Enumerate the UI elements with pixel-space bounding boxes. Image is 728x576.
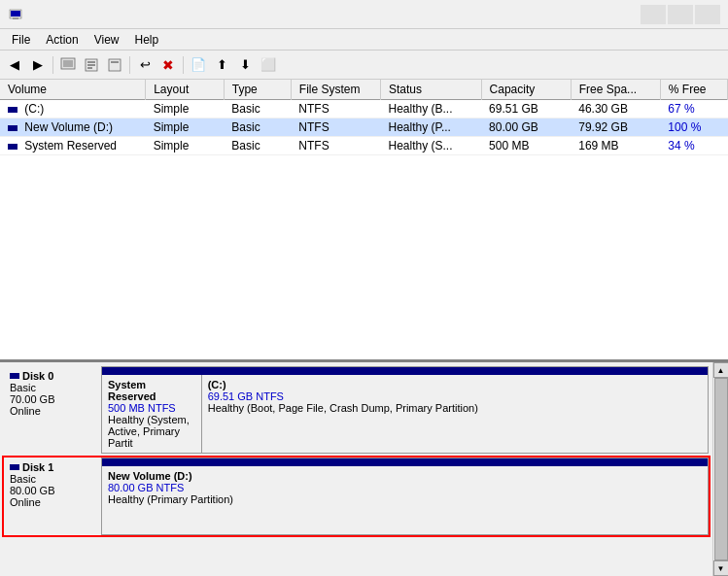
cell-free: 46.30 GB (571, 100, 660, 119)
volume-table-panel: Volume Layout Type File System Status Ca… (0, 80, 728, 362)
window-controls (641, 5, 720, 24)
separator-2 (129, 56, 130, 74)
cell-capacity: 80.00 GB (481, 119, 571, 137)
main-content: Volume Layout Type File System Status Ca… (0, 80, 728, 576)
app-icon (8, 7, 23, 22)
disk-header-bar (102, 458, 708, 466)
cell-status: Healthy (B... (380, 100, 481, 119)
import-button[interactable]: ⬆ (211, 54, 232, 76)
col-header-type[interactable]: Type (224, 80, 291, 100)
table-row[interactable]: New Volume (D:) Simple Basic NTFS Health… (0, 119, 728, 137)
cell-layout: Simple (146, 119, 225, 137)
cell-free: 79.92 GB (571, 119, 660, 137)
disk-prop-button[interactable] (57, 54, 79, 76)
cell-layout: Simple (146, 137, 225, 155)
menu-file[interactable]: File (4, 31, 38, 49)
partitions-row: New Volume (D:) 80.00 GB NTFS Healthy (P… (102, 466, 708, 534)
partition-size: 69.51 GB NTFS (208, 390, 702, 402)
delete-button[interactable]: ✖ (157, 54, 179, 76)
cell-fs: NTFS (291, 137, 380, 155)
partition-name: System Reserved (108, 379, 195, 402)
restore-button[interactable] (668, 5, 693, 24)
cell-fs: NTFS (291, 119, 380, 137)
cell-type: Basic (224, 137, 291, 155)
cell-capacity: 69.51 GB (481, 100, 571, 119)
disk-type: Basic (10, 473, 95, 485)
cell-pct: 67 % (660, 100, 727, 119)
table-row[interactable]: (C:) Simple Basic NTFS Healthy (B... 69.… (0, 100, 728, 119)
cell-pct: 34 % (660, 137, 727, 155)
scroll-down-button[interactable]: ▼ (713, 560, 729, 576)
col-header-pct[interactable]: % Free (660, 80, 727, 100)
separator-1 (52, 56, 53, 74)
partition-status: Healthy (Primary Partition) (108, 493, 702, 505)
cell-status: Healthy (S... (380, 137, 481, 155)
cell-free: 169 MB (571, 137, 660, 155)
disk-header-bar (102, 367, 708, 375)
disk-row[interactable]: Disk 1 Basic 80.00 GB Online New Volume … (4, 457, 709, 535)
partition-status: Healthy (Boot, Page File, Crash Dump, Pr… (208, 402, 702, 414)
scroll-up-button[interactable]: ▲ (713, 362, 729, 378)
disk-name: Disk 1 (10, 461, 95, 473)
disk-partitions: System Reserved 500 MB NTFS Healthy (Sys… (101, 366, 709, 454)
export-button[interactable]: ⬇ (234, 54, 256, 76)
disk-status: Online (10, 405, 95, 417)
disk-label: Disk 1 Basic 80.00 GB Online (4, 457, 101, 535)
disk-name: Disk 0 (10, 370, 95, 382)
disk-row[interactable]: Disk 0 Basic 70.00 GB Online System Rese… (4, 366, 709, 454)
scroll-thumb[interactable] (714, 378, 728, 560)
cell-type: Basic (224, 119, 291, 137)
menu-bar: File Action View Help (0, 29, 728, 51)
col-header-free[interactable]: Free Spa... (571, 80, 660, 100)
cell-pct: 100 % (660, 119, 727, 137)
disk-size: 70.00 GB (10, 393, 95, 405)
close-button[interactable] (695, 5, 720, 24)
toolbar: ◀ ▶ ↩ ✖ 📄 ⬆ ⬇ ⬜ (0, 51, 728, 80)
svg-rect-9 (109, 59, 121, 71)
partition-status: Healthy (System, Active, Primary Partit (108, 414, 195, 449)
partitions-row: System Reserved 500 MB NTFS Healthy (Sys… (102, 375, 708, 453)
remove-button[interactable] (104, 54, 125, 76)
disk-view-panel: Disk 0 Basic 70.00 GB Online System Rese… (0, 362, 712, 576)
col-header-layout[interactable]: Layout (146, 80, 225, 100)
partition[interactable]: New Volume (D:) 80.00 GB NTFS Healthy (P… (102, 466, 708, 534)
col-header-fs[interactable]: File System (291, 80, 380, 100)
table-row[interactable]: System Reserved Simple Basic NTFS Health… (0, 137, 728, 155)
svg-rect-2 (13, 17, 18, 19)
volume-table: Volume Layout Type File System Status Ca… (0, 80, 728, 155)
disk-label: Disk 0 Basic 70.00 GB Online (4, 366, 101, 454)
disk-type: Basic (10, 382, 95, 393)
back-button[interactable]: ◀ (4, 54, 25, 76)
table-header-row: Volume Layout Type File System Status Ca… (0, 80, 728, 100)
cell-type: Basic (224, 100, 291, 119)
minimize-button[interactable] (641, 5, 666, 24)
cell-volume: New Volume (D:) (0, 119, 146, 137)
menu-action[interactable]: Action (38, 31, 86, 49)
edit-button[interactable] (81, 54, 102, 76)
cell-fs: NTFS (291, 100, 380, 119)
partition-name: New Volume (D:) (108, 470, 702, 482)
menu-help[interactable]: Help (127, 31, 167, 49)
col-header-capacity[interactable]: Capacity (481, 80, 571, 100)
forward-button[interactable]: ▶ (27, 54, 49, 76)
partition[interactable]: (C:) 69.51 GB NTFS Healthy (Boot, Page F… (202, 375, 708, 453)
cell-volume: (C:) (0, 100, 146, 119)
cell-layout: Simple (146, 100, 225, 119)
undo-button[interactable]: ↩ (134, 54, 156, 76)
menu-view[interactable]: View (87, 31, 127, 49)
lower-section: Disk 0 Basic 70.00 GB Online System Rese… (0, 362, 728, 576)
col-header-status[interactable]: Status (380, 80, 481, 100)
disk-status: Online (10, 496, 95, 508)
cell-volume: System Reserved (0, 137, 146, 155)
partition[interactable]: System Reserved 500 MB NTFS Healthy (Sys… (102, 375, 202, 453)
cell-status: Healthy (P... (380, 119, 481, 137)
partition-size: 80.00 GB NTFS (108, 482, 702, 493)
scrollbar-vertical[interactable]: ▲ ▼ (712, 362, 728, 576)
col-header-volume[interactable]: Volume (0, 80, 146, 100)
partition-name: (C:) (208, 379, 702, 390)
svg-rect-1 (11, 11, 20, 17)
disk-partitions: New Volume (D:) 80.00 GB NTFS Healthy (P… (101, 457, 709, 535)
view-button[interactable]: ⬜ (258, 54, 279, 76)
new-button[interactable]: 📄 (188, 54, 209, 76)
disk-size: 80.00 GB (10, 485, 95, 496)
